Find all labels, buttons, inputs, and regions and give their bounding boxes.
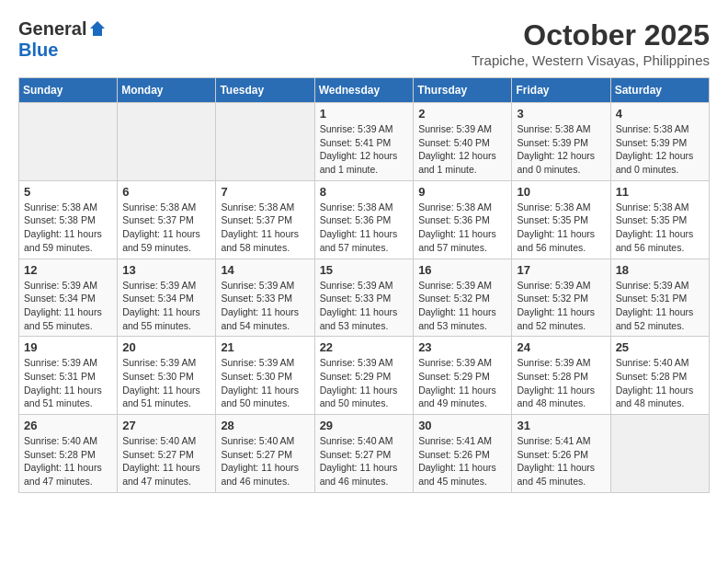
day-info: Sunrise: 5:38 AMSunset: 5:37 PMDaylight:… — [221, 201, 309, 255]
day-number: 30 — [418, 419, 506, 432]
calendar-cell: 29Sunrise: 5:40 AMSunset: 5:27 PMDayligh… — [314, 415, 414, 493]
day-number: 22 — [320, 340, 409, 354]
calendar-cell: 26Sunrise: 5:40 AMSunset: 5:28 PMDayligh… — [19, 415, 118, 493]
day-number: 19 — [24, 340, 112, 354]
day-number: 23 — [418, 340, 506, 354]
logo-general: General — [18, 18, 86, 40]
calendar-week-2: 5Sunrise: 5:38 AMSunset: 5:38 PMDaylight… — [19, 180, 710, 259]
calendar-cell: 21Sunrise: 5:39 AMSunset: 5:30 PMDayligh… — [216, 337, 314, 415]
calendar-cell: 11Sunrise: 5:38 AMSunset: 5:35 PMDayligh… — [610, 180, 709, 259]
day-number: 20 — [122, 340, 210, 354]
day-info: Sunrise: 5:38 AMSunset: 5:39 PMDaylight:… — [517, 122, 605, 177]
calendar-cell — [216, 103, 314, 181]
day-info: Sunrise: 5:39 AMSunset: 5:33 PMDaylight:… — [320, 279, 409, 333]
calendar-table: SundayMondayTuesdayWednesdayThursdayFrid… — [18, 77, 710, 493]
day-info: Sunrise: 5:39 AMSunset: 5:31 PMDaylight:… — [616, 279, 704, 333]
day-of-week-sunday: Sunday — [19, 78, 118, 103]
day-number: 24 — [517, 340, 605, 354]
calendar-cell: 16Sunrise: 5:39 AMSunset: 5:32 PMDayligh… — [414, 259, 512, 337]
calendar-cell: 24Sunrise: 5:39 AMSunset: 5:28 PMDayligh… — [512, 337, 610, 415]
day-info: Sunrise: 5:40 AMSunset: 5:27 PMDaylight:… — [221, 434, 309, 488]
calendar-cell: 3Sunrise: 5:38 AMSunset: 5:39 PMDaylight… — [512, 103, 610, 181]
logo-icon — [88, 19, 107, 38]
day-number: 17 — [517, 263, 605, 277]
calendar-cell — [19, 103, 118, 181]
day-info: Sunrise: 5:41 AMSunset: 5:26 PMDaylight:… — [418, 434, 506, 488]
calendar-cell: 18Sunrise: 5:39 AMSunset: 5:31 PMDayligh… — [610, 259, 709, 337]
day-info: Sunrise: 5:38 AMSunset: 5:36 PMDaylight:… — [320, 201, 409, 255]
day-number: 2 — [418, 107, 506, 121]
calendar-cell: 25Sunrise: 5:40 AMSunset: 5:28 PMDayligh… — [610, 337, 709, 415]
day-number: 25 — [616, 340, 704, 354]
calendar-cell: 4Sunrise: 5:38 AMSunset: 5:39 PMDaylight… — [610, 103, 709, 181]
day-info: Sunrise: 5:39 AMSunset: 5:30 PMDaylight:… — [122, 356, 210, 410]
title-area: October 2025 Trapiche, Western Visayas, … — [472, 18, 710, 68]
calendar-week-3: 12Sunrise: 5:39 AMSunset: 5:34 PMDayligh… — [19, 259, 710, 337]
calendar-cell: 19Sunrise: 5:39 AMSunset: 5:31 PMDayligh… — [19, 337, 118, 415]
day-info: Sunrise: 5:38 AMSunset: 5:36 PMDaylight:… — [418, 201, 506, 255]
calendar-cell: 10Sunrise: 5:38 AMSunset: 5:35 PMDayligh… — [512, 180, 610, 259]
day-info: Sunrise: 5:40 AMSunset: 5:28 PMDaylight:… — [24, 434, 112, 488]
logo: General Blue — [18, 18, 107, 61]
day-info: Sunrise: 5:39 AMSunset: 5:32 PMDaylight:… — [418, 279, 506, 333]
day-of-week-tuesday: Tuesday — [216, 78, 314, 103]
day-number: 15 — [320, 263, 409, 277]
day-number: 9 — [418, 185, 506, 199]
day-number: 10 — [517, 185, 605, 199]
day-number: 27 — [122, 419, 210, 432]
calendar-cell: 23Sunrise: 5:39 AMSunset: 5:29 PMDayligh… — [414, 337, 512, 415]
calendar-cell: 15Sunrise: 5:39 AMSunset: 5:33 PMDayligh… — [314, 259, 414, 337]
day-of-week-saturday: Saturday — [610, 78, 709, 103]
calendar-week-1: 1Sunrise: 5:39 AMSunset: 5:41 PMDaylight… — [19, 103, 710, 181]
calendar-cell: 7Sunrise: 5:38 AMSunset: 5:37 PMDaylight… — [216, 180, 314, 259]
calendar-body: 1Sunrise: 5:39 AMSunset: 5:41 PMDaylight… — [19, 103, 710, 493]
day-number: 29 — [320, 419, 409, 432]
day-info: Sunrise: 5:38 AMSunset: 5:37 PMDaylight:… — [122, 201, 210, 255]
calendar-cell: 31Sunrise: 5:41 AMSunset: 5:26 PMDayligh… — [512, 415, 610, 493]
day-number: 5 — [24, 185, 112, 199]
day-number: 12 — [24, 263, 112, 277]
day-number: 7 — [221, 185, 309, 199]
day-of-week-monday: Monday — [118, 78, 216, 103]
day-info: Sunrise: 5:40 AMSunset: 5:28 PMDaylight:… — [616, 356, 704, 410]
calendar-cell: 20Sunrise: 5:39 AMSunset: 5:30 PMDayligh… — [118, 337, 216, 415]
day-number: 28 — [221, 419, 309, 432]
day-number: 31 — [517, 419, 605, 432]
calendar-header: SundayMondayTuesdayWednesdayThursdayFrid… — [19, 78, 710, 103]
day-info: Sunrise: 5:41 AMSunset: 5:26 PMDaylight:… — [517, 434, 605, 488]
day-of-week-thursday: Thursday — [414, 78, 512, 103]
day-info: Sunrise: 5:38 AMSunset: 5:35 PMDaylight:… — [616, 201, 704, 255]
day-info: Sunrise: 5:38 AMSunset: 5:35 PMDaylight:… — [517, 201, 605, 255]
day-number: 4 — [616, 107, 704, 121]
calendar-week-4: 19Sunrise: 5:39 AMSunset: 5:31 PMDayligh… — [19, 337, 710, 415]
day-of-week-wednesday: Wednesday — [314, 78, 414, 103]
day-number: 26 — [24, 419, 112, 432]
day-number: 14 — [221, 263, 309, 277]
calendar-week-5: 26Sunrise: 5:40 AMSunset: 5:28 PMDayligh… — [19, 415, 710, 493]
day-number: 3 — [517, 107, 605, 121]
day-info: Sunrise: 5:40 AMSunset: 5:27 PMDaylight:… — [122, 434, 210, 488]
day-number: 8 — [320, 185, 409, 199]
day-info: Sunrise: 5:39 AMSunset: 5:30 PMDaylight:… — [221, 356, 309, 410]
calendar-cell — [118, 103, 216, 181]
day-info: Sunrise: 5:39 AMSunset: 5:41 PMDaylight:… — [320, 122, 409, 177]
calendar-cell: 8Sunrise: 5:38 AMSunset: 5:36 PMDaylight… — [314, 180, 414, 259]
calendar-cell — [610, 415, 709, 493]
calendar-cell: 12Sunrise: 5:39 AMSunset: 5:34 PMDayligh… — [19, 259, 118, 337]
calendar-cell: 2Sunrise: 5:39 AMSunset: 5:40 PMDaylight… — [414, 103, 512, 181]
day-number: 1 — [320, 107, 409, 121]
calendar-cell: 9Sunrise: 5:38 AMSunset: 5:36 PMDaylight… — [414, 180, 512, 259]
calendar-cell: 27Sunrise: 5:40 AMSunset: 5:27 PMDayligh… — [118, 415, 216, 493]
day-info: Sunrise: 5:39 AMSunset: 5:33 PMDaylight:… — [221, 279, 309, 333]
day-info: Sunrise: 5:39 AMSunset: 5:29 PMDaylight:… — [320, 356, 409, 410]
day-number: 11 — [616, 185, 704, 199]
calendar-cell: 6Sunrise: 5:38 AMSunset: 5:37 PMDaylight… — [118, 180, 216, 259]
page-title: October 2025 — [472, 18, 710, 52]
calendar-cell: 1Sunrise: 5:39 AMSunset: 5:41 PMDaylight… — [314, 103, 414, 181]
logo-blue: Blue — [18, 40, 58, 61]
day-info: Sunrise: 5:39 AMSunset: 5:34 PMDaylight:… — [122, 279, 210, 333]
day-info: Sunrise: 5:40 AMSunset: 5:27 PMDaylight:… — [320, 434, 409, 488]
calendar-cell: 5Sunrise: 5:38 AMSunset: 5:38 PMDaylight… — [19, 180, 118, 259]
header: General Blue October 2025 Trapiche, West… — [18, 18, 710, 68]
day-info: Sunrise: 5:39 AMSunset: 5:34 PMDaylight:… — [24, 279, 112, 333]
